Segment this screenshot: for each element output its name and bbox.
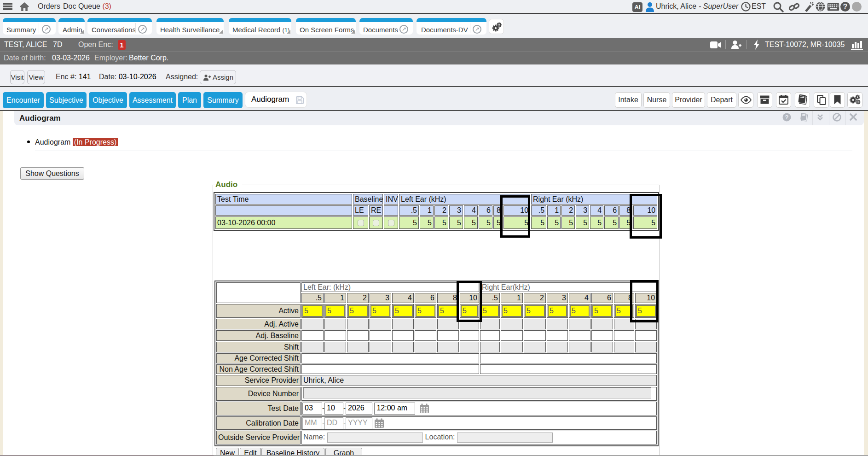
svg-text:?: ?	[785, 114, 789, 121]
